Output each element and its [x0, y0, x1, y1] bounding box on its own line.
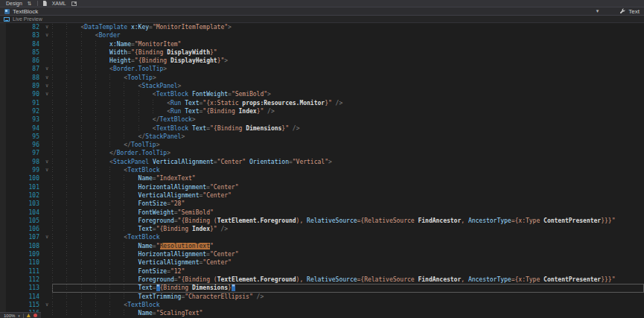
code-line-text[interactable]: <Border [52, 31, 644, 39]
xaml-tab[interactable]: XAML [52, 1, 66, 6]
code-line[interactable]: 97 </Border.ToolTip> [0, 149, 644, 157]
fold-chevron-icon[interactable]: ∨ [42, 82, 52, 90]
code-line[interactable]: 99∨ <TextBlock [0, 166, 644, 174]
fold-chevron-icon[interactable]: ∨ [42, 31, 52, 39]
code-line[interactable]: 86 Height="{Binding DisplayHeight}"> [0, 57, 644, 65]
code-line-text[interactable]: <DataTemplate x:Key="MonitorItemTemplate… [52, 23, 644, 31]
zoom-control[interactable]: 100% ▾ [0, 312, 41, 318]
code-line[interactable]: 84 x:Name="MonitorItem" [0, 40, 644, 48]
code-line-text[interactable]: </Border.ToolTip> [52, 149, 644, 157]
line-number: 113 [0, 284, 42, 292]
chevron-down-icon[interactable]: ▾ [596, 8, 599, 14]
code-line[interactable]: 105 Foreground="{Binding (TextElement.Fo… [0, 217, 644, 225]
code-line[interactable]: 93 </TextBlock> [0, 115, 644, 124]
code-line[interactable]: 104 FontWeight="SemiBold" [0, 209, 644, 217]
code-line[interactable]: 108 Name="ResolutionText" [0, 242, 644, 250]
code-line-text[interactable]: Foreground="{Binding (TextElement.Foregr… [52, 276, 644, 284]
code-line-text[interactable]: HorizontalAlignment="Center" [52, 250, 644, 258]
code-line-text[interactable]: <TextBlock [52, 233, 644, 241]
warning-icon[interactable] [27, 314, 31, 317]
code-line[interactable]: 109 HorizontalAlignment="Center" [0, 250, 644, 258]
code-line[interactable]: 116 Name="ScalingText" [0, 309, 644, 317]
code-line-text[interactable]: Width="{Binding DisplayWidth}" [52, 48, 644, 57]
code-line-text[interactable]: <ToolTip> [52, 74, 644, 82]
code-line[interactable]: 112 Foreground="{Binding (TextElement.Fo… [0, 276, 644, 284]
code-line[interactable]: 102 VerticalAlignment="Center" [0, 191, 644, 200]
code-line-text[interactable]: TextTrimming="CharacterEllipsis" /> [52, 293, 644, 301]
code-line[interactable]: 100 Name="IndexText" [0, 174, 644, 182]
code-line[interactable]: 94 <TextBlock Text="{Binding Dimensions}… [0, 124, 644, 133]
code-line-text[interactable]: VerticalAlignment="Center" [52, 258, 644, 267]
code-line-text[interactable]: Height="{Binding DisplayHeight}"> [52, 57, 644, 65]
code-line[interactable]: 113 Text="{Binding Dimensions}" [0, 284, 644, 292]
xaml-file-icon [43, 1, 47, 6]
code-line[interactable]: 95 </StackPanel> [0, 133, 644, 141]
line-number: 95 [0, 133, 42, 141]
code-line[interactable]: 98∨ <StackPanel VerticalAlignment="Cente… [0, 158, 644, 166]
popout-icon[interactable] [71, 1, 77, 6]
code-line[interactable]: 96 </ToolTip> [0, 141, 644, 149]
code-line[interactable]: 90∨ <TextBlock FontWeight="SemiBold"> [0, 90, 644, 98]
fold-chevron-icon[interactable]: ∨ [42, 23, 52, 31]
code-line-text[interactable]: <Run Text="{Binding Index}" /> [52, 107, 644, 115]
code-line[interactable]: 87∨ <Border.ToolTip> [0, 65, 644, 73]
fold-chevron-icon[interactable]: ∨ [42, 158, 52, 166]
code-line[interactable]: 107∨ <TextBlock [0, 233, 644, 241]
code-line-text[interactable]: Foreground="{Binding (TextElement.Foregr… [52, 217, 644, 225]
code-line[interactable]: 92 <Run Text="{Binding Index}" /> [0, 107, 644, 115]
code-line-text[interactable]: <TextBlock FontWeight="SemiBold"> [52, 90, 644, 98]
code-line[interactable]: 115∨ <TextBlock [0, 301, 644, 309]
code-line-text[interactable]: <StackPanel> [52, 82, 644, 90]
code-line-text[interactable]: FontSize="28" [52, 200, 644, 208]
code-line-text[interactable]: FontWeight="SemiBold" [52, 209, 644, 217]
fold-chevron-icon[interactable]: ∨ [42, 233, 52, 241]
editor-area: 82∨ <DataTemplate x:Key="MonitorItemTemp… [0, 23, 644, 318]
fold-chevron-icon[interactable]: ∨ [42, 90, 52, 98]
fold-chevron-icon[interactable]: ∨ [42, 166, 52, 174]
error-icon[interactable] [34, 314, 37, 317]
code-line-text[interactable]: Name="ResolutionText" [52, 242, 644, 250]
line-number: 91 [0, 99, 42, 107]
code-line-text[interactable]: <Run Text="{x:Static props:Resources.Mon… [52, 99, 644, 107]
code-line-text[interactable]: x:Name="MonitorItem" [52, 40, 644, 48]
code-line[interactable]: 111 FontSize="12" [0, 267, 644, 276]
wrench-icon [619, 8, 625, 14]
code-line-text[interactable]: Name="IndexText" [52, 174, 644, 182]
code-line[interactable]: 88∨ <ToolTip> [0, 74, 644, 82]
code-line-text[interactable]: </TextBlock> [52, 115, 644, 124]
swap-views-icon[interactable]: ⇅ [28, 1, 32, 6]
code-line-text[interactable]: HorizontalAlignment="Center" [52, 183, 644, 191]
code-line-text[interactable]: </StackPanel> [52, 133, 644, 141]
live-preview-label[interactable]: Live Preview [13, 16, 42, 22]
code-line[interactable]: 91 <Run Text="{x:Static props:Resources.… [0, 99, 644, 107]
code-line-text[interactable]: Text="{Binding Index}" /> [52, 225, 644, 233]
breadcrumb-element[interactable]: TextBlock [13, 8, 38, 15]
code-line-text[interactable]: <Border.ToolTip> [52, 65, 644, 73]
code-line-text[interactable]: <StackPanel VerticalAlignment="Center" O… [52, 158, 644, 166]
code-line-text[interactable]: VerticalAlignment="Center" [52, 191, 644, 200]
code-line[interactable]: 106 Text="{Binding Index}" /> [0, 225, 644, 233]
fold-chevron-icon[interactable]: ∨ [42, 301, 52, 309]
code-line[interactable]: 83∨ <Border [0, 31, 644, 39]
code-line[interactable]: 85 Width="{Binding DisplayWidth}" [0, 48, 644, 57]
code-line-text[interactable]: </ToolTip> [52, 141, 644, 149]
code-line-text[interactable]: Text="{Binding Dimensions}" [52, 284, 644, 292]
zoom-caret-icon[interactable]: ▾ [18, 314, 20, 318]
code-line[interactable]: 110 VerticalAlignment="Center" [0, 258, 644, 267]
code-line-text[interactable]: FontSize="12" [52, 267, 644, 276]
zoom-level[interactable]: 100% [4, 314, 15, 318]
code-line-text[interactable]: <TextBlock [52, 301, 644, 309]
code-line[interactable]: 103 FontSize="28" [0, 200, 644, 208]
code-line-text[interactable]: Name="ScalingText" [52, 309, 644, 317]
code-line[interactable]: 89∨ <StackPanel> [0, 82, 644, 90]
line-number: 93 [0, 115, 42, 124]
design-tab[interactable]: Design [6, 1, 22, 6]
code-line[interactable]: 114 TextTrimming="CharacterEllipsis" /> [0, 293, 644, 301]
code-line[interactable]: 82∨ <DataTemplate x:Key="MonitorItemTemp… [0, 23, 644, 31]
fold-chevron-icon[interactable]: ∨ [42, 74, 52, 82]
breadcrumb-property[interactable]: Text [628, 8, 640, 15]
code-line[interactable]: 101 HorizontalAlignment="Center" [0, 183, 644, 191]
code-line-text[interactable]: <TextBlock [52, 166, 644, 174]
fold-chevron-icon[interactable]: ∨ [42, 65, 52, 73]
code-line-text[interactable]: <TextBlock Text="{Binding Dimensions}" /… [52, 124, 644, 133]
